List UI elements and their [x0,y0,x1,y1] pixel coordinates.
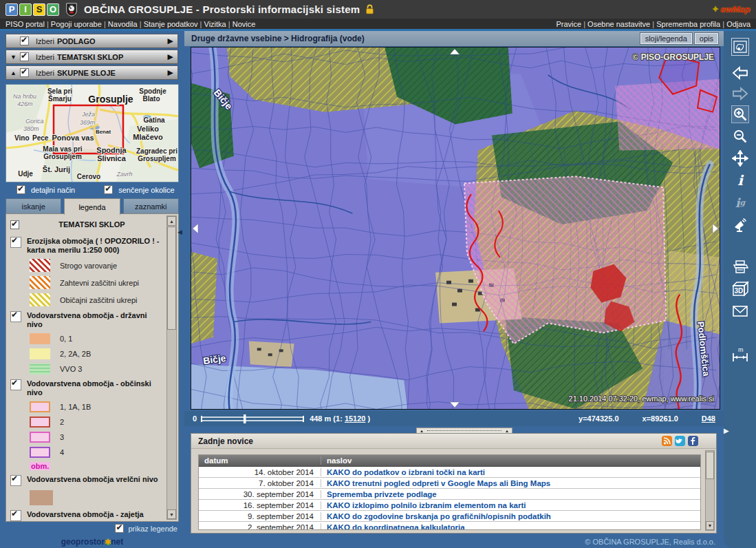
scrollbar-thumb[interactable] [167,226,176,330]
expand-right-icon[interactable]: ▶ [168,36,173,45]
select-tematski-sklop-bar[interactable]: ▼ Izberi TEMATSKI SKLOP ▶ [6,50,178,64]
news-row: 14. oktober 2014 KAKO do podatkov o izbr… [199,467,700,478]
expand-right-icon[interactable]: ▶ [168,68,173,77]
option-detajlni-nacin[interactable]: detajlni način [17,185,75,194]
menu-pravice[interactable]: Pravice [556,20,581,28]
scale-value-link[interactable]: 15120 [345,414,366,423]
menu-navodila[interactable]: Navodila [102,20,138,28]
coordinate-x: x=89261.0 [642,414,678,423]
tematski-checkbox[interactable] [20,52,29,61]
piso-logo-letter: P [6,3,18,16]
minimap-label: Zavrh [116,171,132,178]
menu-novice[interactable]: Novice [226,20,256,28]
pan-icon[interactable] [731,149,749,167]
news-scrollbar[interactable]: ▼ [705,450,715,531]
measure-icon[interactable]: m [731,345,749,363]
tab-iskanje[interactable]: iskanje [6,198,61,213]
menu-sprememba-profila[interactable]: Sprememba profila [650,20,720,28]
overview-minimap[interactable]: Na hribu 426m Sela pri Šmarju Grosuplje … [6,84,179,182]
collapse-up-icon[interactable]: ▲ [10,70,20,76]
identify-icon[interactable]: i [731,171,749,189]
page-title: OBČINA GROSUPLJE - Prostorski informacij… [84,3,360,15]
scroll-down-icon[interactable]: ▼ [706,521,714,530]
ewmap-logo: ✦ewMap [712,4,750,14]
prikaz-legende-checkbox[interactable] [115,524,124,533]
zajetja-checkbox[interactable] [10,510,21,521]
expand-right-icon[interactable]: ▶ [168,52,173,61]
tematski-sklop-checkbox[interactable] [10,220,19,229]
view-3d-icon[interactable]: 3D [731,280,749,298]
select-skupne-sloje-bar[interactable]: ▲ Izberi SKUPNE SLOJE ▶ [6,65,178,80]
minimap-label: Grosupljem [138,155,176,162]
obcinski-1-swatch [30,401,50,412]
menu-osebne-nastavitve[interactable]: Osebne nastavitve [581,20,650,28]
news-link[interactable]: KAKO trenutni pogled odpreti v Google Ma… [321,479,700,487]
rss-icon[interactable] [662,436,672,446]
scroll-down-icon[interactable]: ▼ [167,509,176,519]
news-link[interactable]: KAKO do koordinatnega kalkulatorja [321,523,700,531]
obcinski-nivo-checkbox[interactable] [10,379,21,390]
opis-button[interactable]: opis [695,33,718,44]
news-link[interactable]: Sprememba privzete podlage [321,490,700,498]
sidebar-collapse-icon[interactable]: ◀ [177,229,182,235]
twitter-icon[interactable] [675,436,685,446]
facebook-icon[interactable] [688,436,698,446]
menu-vizitka[interactable]: Vizitka [198,20,226,28]
legend-item: obm. [30,462,164,470]
legend-item: Običajni zaščitni ukrepi [30,293,164,306]
menu-odjava[interactable]: Odjava [720,20,750,28]
mail-icon[interactable] [731,302,749,320]
sencenje-okolice-checkbox[interactable] [104,185,113,194]
legend-scrollbar[interactable]: ▲ ▼ [166,215,177,520]
legend-item: Zahtevni zaščitni ukrepi [30,276,164,289]
legend-group-obcinski: Vodovarstvena območja - občinski nivo 1,… [10,379,164,470]
back-arrow-icon[interactable] [731,64,749,82]
map-options: detajlni način senčenje okolice [6,185,179,194]
map-toolbar: i ig 3D [724,31,756,548]
drzavni-nivo-checkbox[interactable] [10,311,21,322]
scale-slider[interactable] [201,414,304,423]
legend-group-zajetja: Vodovarstvena območja - zajetja [10,509,164,522]
minimap-label: Spodnje [139,87,166,95]
map-canvas[interactable]: Bičje Bičje Podlomščica © PISO-GROSUPLJE… [191,47,720,410]
prikaz-legende-option[interactable]: prikaz legende [115,524,177,533]
news-row: 2. september 2014 KAKO do koordinatnega … [199,522,700,530]
news-table-header: datum naslov [199,455,700,467]
detajlni-nacin-checkbox[interactable] [17,185,25,194]
top-menu-bar: PISO portal Pogoji uporabe Navodila Stan… [0,19,756,29]
news-link[interactable]: KAKO do zgodovine brskanja po grafičnih/… [321,512,700,520]
geoprostor-logo[interactable]: geoprostor✱net [0,537,184,547]
legend-item: 2, 2A, 2B [30,348,164,359]
zoom-out-icon[interactable] [731,127,749,145]
sloji-legenda-button[interactable]: sloji/legenda [640,33,692,44]
scale-slider-thumb[interactable] [244,414,246,423]
tab-legenda[interactable]: legenda [64,198,120,215]
scrollbar-thumb[interactable] [706,452,714,479]
scroll-up-icon[interactable]: ▲ [167,216,176,226]
menu-stanje-podatkov[interactable]: Stanje podatkov [138,20,198,28]
erozijska-checkbox[interactable] [10,237,21,248]
vrelcni-swatch [30,490,53,505]
news-link[interactable]: KAKO do podatkov o izbrani točki na kart… [321,468,700,476]
identify-group-icon[interactable]: ig [731,193,749,211]
tab-zaznamki[interactable]: zaznamki [123,198,179,213]
piso-logo[interactable]: P I S O [6,3,59,16]
copyright-text: © OBČINA GROSUPLJE, Realis d.o.o. [585,538,715,546]
news-link[interactable]: KAKO izklopimo polnilo izbranim elemento… [321,501,700,509]
skupne-checkbox[interactable] [20,68,29,77]
overview-extent-icon[interactable] [731,38,749,56]
select-podlago-bar[interactable]: Izberi PODLAGO ▶ [6,34,178,48]
gps-icon[interactable] [731,215,749,233]
datum-link[interactable]: D48 [702,414,715,423]
print-icon[interactable] [731,258,749,276]
news-expand-icon[interactable]: ▶ [724,427,729,434]
option-sencenje-okolice[interactable]: senčenje okolice [104,185,174,194]
podlago-checkbox[interactable] [20,36,29,45]
menu-pogoji-uporabe[interactable]: Pogoji uporabe [45,20,102,28]
zoom-in-icon[interactable] [731,105,749,123]
forward-arrow-icon[interactable] [731,85,749,103]
collapse-down-icon[interactable]: ▼ [10,54,20,61]
column-naslov: naslov [321,456,700,465]
menu-piso-portal[interactable]: PISO portal [6,20,45,28]
vrelcni-nivo-checkbox[interactable] [10,475,21,486]
